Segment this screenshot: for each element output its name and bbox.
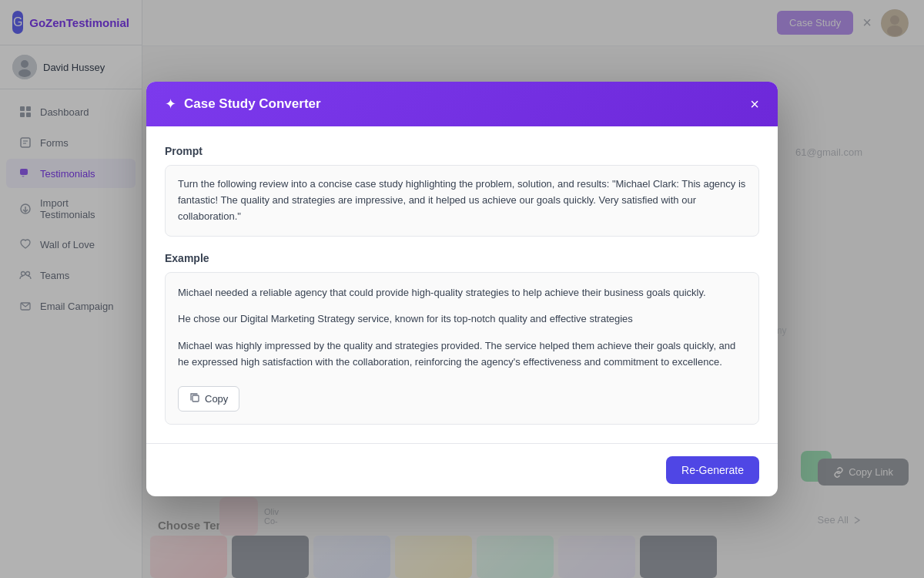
- svg-rect-19: [192, 395, 199, 402]
- example-box: Michael needed a reliable agency that co…: [165, 272, 759, 425]
- example-para-2: He chose our Digital Marketing Strategy …: [178, 311, 746, 328]
- modal-body: Prompt Turn the following review into a …: [146, 126, 778, 443]
- case-study-modal: ✦ Case Study Converter × Prompt Turn the…: [146, 82, 778, 496]
- regenerate-button[interactable]: Re-Generate: [666, 456, 759, 484]
- modal-footer: Re-Generate: [146, 443, 778, 496]
- modal-title: Case Study Converter: [184, 96, 321, 112]
- modal-title-wrap: ✦ Case Study Converter: [165, 96, 321, 113]
- prompt-text: Turn the following review into a concise…: [165, 165, 759, 236]
- sparkle-icon: ✦: [165, 96, 176, 113]
- example-para-3: Michael was highly impressed by the qual…: [178, 338, 746, 371]
- modal-overlay: ✦ Case Study Converter × Prompt Turn the…: [0, 0, 924, 578]
- prompt-label: Prompt: [165, 145, 759, 157]
- copy-icon: [189, 392, 200, 405]
- example-label: Example: [165, 252, 759, 264]
- copy-button[interactable]: Copy: [178, 386, 239, 412]
- copy-btn-label: Copy: [205, 393, 228, 405]
- modal-close-button[interactable]: ×: [750, 96, 759, 112]
- modal-header: ✦ Case Study Converter ×: [146, 82, 778, 126]
- example-para-1: Michael needed a reliable agency that co…: [178, 285, 746, 301]
